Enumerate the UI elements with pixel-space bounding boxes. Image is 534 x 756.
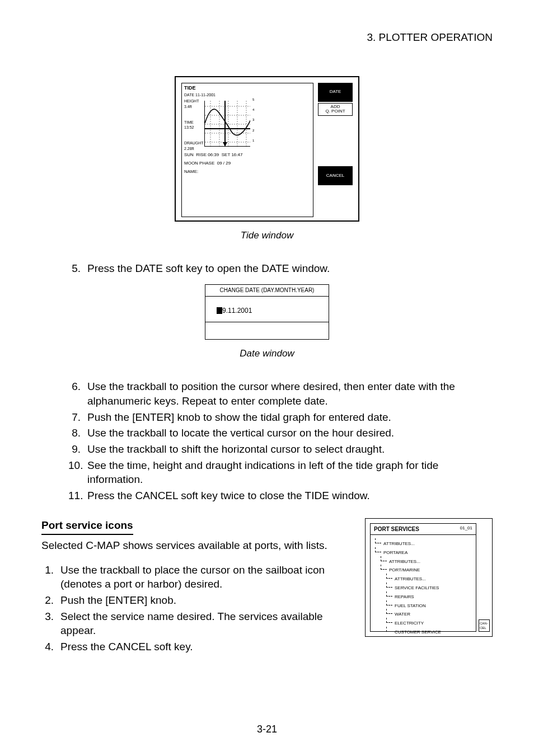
tide-moon-value: 09 / 29	[217, 161, 231, 166]
tide-set-label: SET	[222, 152, 230, 157]
tree-item[interactable]: CUSTOMER SERVICE	[386, 627, 472, 636]
step-text: Press the DATE soft key to open the DATE…	[87, 261, 493, 276]
tide-rise-value: 06:39	[208, 152, 219, 157]
tide-plot	[204, 101, 250, 147]
step-text: Push the [ENTER] knob.	[60, 593, 352, 608]
port-services-title: PORT SERVICES	[374, 526, 419, 532]
step-text: Use the trackball to locate the vertical…	[87, 426, 493, 440]
tide-date-value: 11-11-2001	[195, 93, 216, 97]
step-text: Use the trackball to shift the horizonta…	[87, 442, 493, 457]
tide-figure-caption: Tide window	[41, 229, 493, 242]
tide-title: TIDE	[182, 83, 313, 92]
tide-height-label: HEIGHT	[184, 99, 199, 103]
port-services-date: 01_01	[460, 525, 472, 532]
step-number: 5.	[68, 261, 87, 276]
step-number: 10.	[68, 458, 87, 487]
tree-item[interactable]: PORTAREA	[375, 547, 472, 556]
port-services-figure: PORT SERVICES 01_01 ATTRIBUTES... PORTAR…	[365, 518, 493, 637]
tree-item[interactable]: ELECTRICITY	[386, 618, 472, 627]
date-figure-caption: Date window	[41, 348, 493, 360]
softkey-cancel[interactable]: CANCEL	[318, 166, 353, 185]
port-services-tree: ATTRIBUTES... PORTAREA ATTRIBUTES... POR…	[371, 535, 476, 639]
cursor-icon	[217, 307, 222, 314]
port-cancel-softkey[interactable]: CAN- CEL	[479, 619, 490, 632]
svg-marker-12	[223, 142, 227, 147]
step-text: Press the CANCEL soft key twice to close…	[87, 489, 493, 503]
date-input-value[interactable]: 9.11.2001	[222, 307, 252, 314]
tree-item[interactable]: ATTRIBUTES...	[375, 538, 472, 547]
step-number: 11.	[68, 489, 87, 503]
tree-item[interactable]: FUEL STATION	[386, 600, 472, 609]
step-number: 8.	[68, 426, 87, 440]
tide-date-label: DATE	[184, 93, 194, 97]
page-number: 3-21	[0, 722, 534, 736]
step-text: Use the trackball to position the cursor…	[87, 379, 493, 408]
tree-item[interactable]: SERVICE FACILITIES	[386, 583, 472, 591]
step-text: See the time, height and draught indicat…	[87, 458, 493, 487]
tide-height-value: 3.4ft	[184, 105, 192, 109]
step-number: 7.	[68, 410, 87, 425]
step-number: 6.	[68, 379, 87, 408]
tide-moon-label: MOON PHASE	[184, 161, 214, 166]
tide-name-caption: NAME:	[182, 168, 313, 176]
port-service-heading: Port service icons	[41, 518, 133, 535]
softkey-date[interactable]: DATE	[318, 83, 353, 102]
date-window-figure: CHANGE DATE (DAY.MONTH.YEAR) 9.11.2001	[205, 284, 329, 340]
softkey-add-qpoint[interactable]: ADD Q. POINT	[318, 103, 353, 116]
tide-rise-label: RISE	[196, 152, 207, 157]
tide-window-figure: TIDE DATE 11-11-2001 HEIGHT 3.4ft TIME 1…	[175, 76, 359, 222]
tree-item[interactable]: WATER	[386, 609, 472, 618]
step-number: 4.	[41, 640, 60, 654]
tide-draught-label: DRAUGHT	[184, 141, 204, 145]
tree-item[interactable]: ATTRIBUTES...	[381, 556, 472, 565]
step-text: Push the [ENTER] knob to show the tidal …	[87, 410, 493, 425]
step-number: 2.	[41, 593, 60, 608]
step-number: 9.	[68, 442, 87, 457]
tree-item[interactable]: REPAIRS	[386, 591, 472, 600]
step-text: Use the trackball to place the cursor on…	[60, 563, 352, 591]
tide-time-value: 13:52	[184, 125, 194, 129]
step-number: 1.	[41, 563, 60, 591]
tide-set-value: 16:47	[231, 152, 242, 157]
tide-sun-label: SUN	[184, 152, 194, 157]
date-window-title: CHANGE DATE (DAY.MONTH.YEAR)	[205, 285, 329, 297]
tree-item[interactable]: ATTRIBUTES...	[386, 574, 472, 583]
step-text: Select the service name desired. The ser…	[60, 609, 352, 638]
tide-time-label: TIME	[184, 120, 194, 124]
tide-draught-value: 2.28ft	[184, 147, 194, 151]
section-header: 3. PLOTTER OPERATION	[41, 30, 493, 45]
step-text: Press the CANCEL soft key.	[60, 640, 352, 654]
tree-item[interactable]: PORT/MARINE	[381, 565, 472, 574]
port-service-intro: Selected C-MAP shows services available …	[41, 538, 352, 553]
step-number: 3.	[41, 609, 60, 638]
